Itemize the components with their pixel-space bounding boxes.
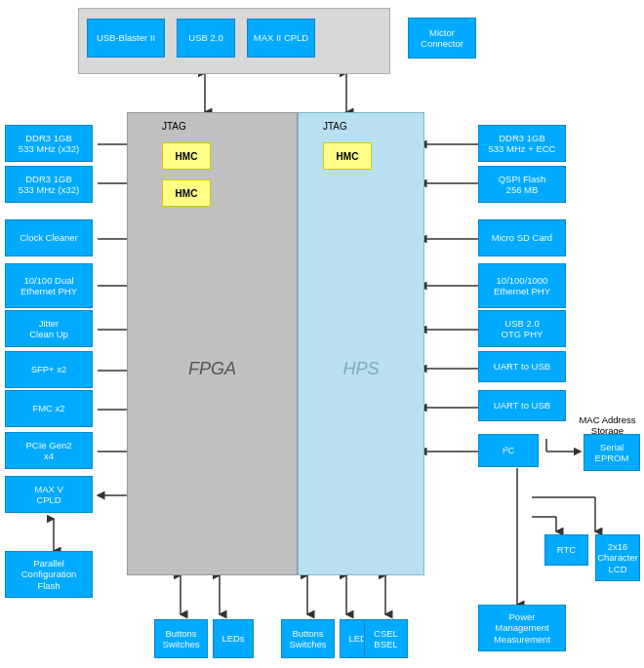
fpga-block: JTAG HMC HMC FPGA: [127, 112, 298, 575]
microsd-box: Micro SD Card: [478, 219, 566, 256]
clock-cleaner-box: Clock Cleaner: [5, 219, 93, 256]
fpga-label: FPGA: [128, 359, 297, 379]
hps-block: JTAG HMC HPS: [298, 112, 424, 575]
ddr3-1-box: DDR3 1GB 533 MHz (x32): [5, 125, 93, 162]
ddr3-ecc-box: DDR3 1GB 533 MHz + ECC: [478, 125, 566, 162]
parallel-flash-box: Parallel Configuration Flash: [5, 551, 93, 598]
qspi-box: QSPI Flash 256 MB: [478, 166, 566, 203]
block-diagram: USB-Blaster II USB 2.0 MAX II CPLD Micto…: [0, 0, 644, 668]
uart1-box: UART to USB: [478, 351, 566, 382]
mictor-box: Mictor Connector: [408, 18, 476, 59]
ddr3-2-box: DDR3 1GB 533 MHz (x32): [5, 166, 93, 203]
leds-left-box: LEDs: [213, 619, 254, 658]
sfp-box: SFP+ x2: [5, 351, 93, 388]
jtag-right-label: JTAG: [323, 121, 347, 132]
usb-blaster-box: USB-Blaster II: [87, 19, 165, 58]
csel-box: CSEL BSEL: [364, 619, 408, 658]
uart2-box: UART to USB: [478, 390, 566, 421]
hmc1-box: HMC: [162, 142, 211, 170]
hps-label: HPS: [299, 359, 423, 379]
btn-sw-left-box: Buttons Switches: [154, 619, 208, 658]
hmc2-box: HMC: [162, 179, 211, 207]
rtc-box: RTC: [544, 534, 588, 566]
usb2-box: USB 2.0: [177, 19, 235, 58]
i2c-box: I²C: [478, 434, 539, 467]
fmc-box: FMC x2: [5, 390, 93, 427]
mac-addr-label: MAC Address Storage: [576, 414, 639, 436]
hmc3-box: HMC: [323, 142, 372, 170]
max-v-box: MAX V CPLD: [5, 476, 93, 513]
jitter-box: Jitter Clean Up: [5, 310, 93, 347]
usb-otg-box: USB 2.0 OTG PHY: [478, 310, 566, 347]
ethernet-phy-left-box: 10/100 Dual Ethernet PHY: [5, 263, 93, 308]
serial-eprom-box: Serial EPROM: [584, 434, 640, 471]
power-box: Power Management Measurement: [478, 605, 566, 651]
jtag-left-label: JTAG: [162, 121, 186, 132]
btn-sw-right-box: Buttons Switches: [281, 619, 335, 658]
lcd-box: 2x16 Character LCD: [595, 534, 640, 581]
eth1000-box: 10/100/1000 Ethernet PHY: [478, 263, 566, 308]
pcie-box: PCIe Gen2 x4: [5, 432, 93, 469]
max2-cpld-box: MAX II CPLD: [247, 19, 315, 58]
top-components-area: USB-Blaster II USB 2.0 MAX II CPLD: [78, 8, 390, 74]
